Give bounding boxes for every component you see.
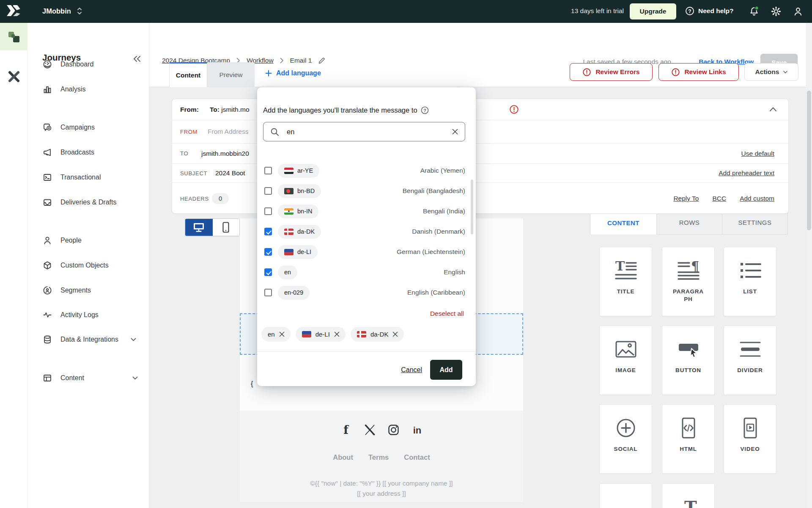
headers-count-badge: 0 xyxy=(212,193,229,204)
checkbox-unchecked[interactable] xyxy=(264,187,272,195)
remove-chip-icon[interactable] xyxy=(279,331,285,337)
journeys-product-icon[interactable] xyxy=(0,23,27,50)
sidebar-item-people[interactable]: People xyxy=(42,233,138,248)
footer-about-link[interactable]: About xyxy=(333,453,353,461)
account-person-icon[interactable] xyxy=(793,6,804,17)
person-icon xyxy=(42,235,52,246)
checkbox-unchecked[interactable] xyxy=(264,207,272,215)
block-card-social[interactable]: SOCIAL xyxy=(599,404,652,474)
collapse-header-chevron-icon[interactable] xyxy=(769,106,777,112)
rename-pencil-icon[interactable] xyxy=(318,57,326,64)
sidebar-item-data-integrations[interactable]: Data & Integrations xyxy=(42,332,138,347)
facebook-icon[interactable]: f xyxy=(340,424,352,436)
megaphone-icon xyxy=(42,147,52,157)
mobile-view-button[interactable] xyxy=(213,219,240,236)
clear-search-icon[interactable] xyxy=(452,129,458,135)
sidebar-item-analysis[interactable]: Analysis xyxy=(42,82,138,97)
to-address-value[interactable]: jsmith.mobbin20 xyxy=(201,150,261,157)
block-card-label: LIST xyxy=(735,288,766,295)
sidebar-item-content[interactable]: Content xyxy=(42,370,138,386)
remove-chip-icon[interactable] xyxy=(334,331,340,337)
settings-gear-icon[interactable] xyxy=(771,6,782,17)
language-search-input[interactable] xyxy=(287,128,444,136)
language-row-ar-ye[interactable]: ar-YE Arabic (Yemen) xyxy=(257,160,476,181)
notifications-bell-icon[interactable] xyxy=(749,6,760,17)
remove-chip-icon[interactable] xyxy=(392,331,398,337)
language-row-bn-in[interactable]: bn-IN Bengali (India) xyxy=(257,201,476,221)
add-custom-link[interactable]: Add custom xyxy=(740,195,774,202)
reply-to-link[interactable]: Reply To xyxy=(673,195,699,202)
sidebar-item-campaigns[interactable]: Campaigns xyxy=(42,120,138,135)
sidebar-item-activity-logs[interactable]: Activity Logs xyxy=(42,307,138,323)
checkbox-checked[interactable] xyxy=(264,248,272,256)
device-preview-toggle xyxy=(185,218,240,236)
search-icon xyxy=(270,127,279,136)
review-errors-button[interactable]: Review Errors xyxy=(570,63,653,81)
from-address-field[interactable]: From Address xyxy=(208,128,248,135)
add-button[interactable]: Add xyxy=(430,360,462,380)
upgrade-button[interactable]: Upgrade xyxy=(630,3,676,19)
add-language-label: Add language xyxy=(276,69,321,77)
add-preheader-link[interactable]: Add preheader text xyxy=(719,169,774,177)
language-row-de-li[interactable]: de-LI German (Liechtenstein) xyxy=(257,242,476,262)
language-row-bn-bd[interactable]: bn-BD Bengali (Bangladesh) xyxy=(257,181,476,201)
x-twitter-icon[interactable] xyxy=(364,424,376,436)
checkbox-checked[interactable] xyxy=(264,268,272,276)
help-tooltip-icon[interactable]: ? xyxy=(421,106,429,114)
sidebar-item-transactional[interactable]: Transactional xyxy=(42,170,138,185)
block-card-label: VIDEO xyxy=(735,445,766,453)
add-language-button[interactable]: Add language xyxy=(265,69,321,77)
actions-dropdown-button[interactable]: Actions xyxy=(744,63,798,81)
language-row-en-029[interactable]: en-029 English (Caribbean) xyxy=(257,282,476,303)
error-alert-icon xyxy=(582,68,591,77)
sidebar-item-broadcasts[interactable]: Broadcasts xyxy=(42,145,138,160)
footer-terms-link[interactable]: Terms xyxy=(368,453,389,461)
block-card-list[interactable]: LIST xyxy=(724,247,776,316)
block-card-image[interactable]: IMAGE xyxy=(599,326,652,395)
block-card-paragraph[interactable]: ¶ PARAGRAPH xyxy=(662,247,715,316)
block-card-partial-2[interactable]: T xyxy=(662,483,715,508)
window-scrollbar[interactable] xyxy=(806,23,812,508)
review-links-button[interactable]: Review Links xyxy=(658,63,739,81)
bcc-link[interactable]: BCC xyxy=(712,195,726,202)
sidebar-item-deliveries-drafts[interactable]: Deliveries & Drafts xyxy=(42,195,138,210)
tab-preview[interactable]: Preview xyxy=(207,62,255,87)
workspace-switcher[interactable]: JMobbin xyxy=(42,7,82,15)
instagram-icon[interactable] xyxy=(387,424,400,436)
desktop-view-button[interactable] xyxy=(185,219,213,236)
checkbox-unchecked[interactable] xyxy=(264,167,272,174)
footer-contact-link[interactable]: Contact xyxy=(404,453,430,461)
sidebar-item-dashboard[interactable]: Dashboard xyxy=(42,57,138,72)
checkbox-unchecked[interactable] xyxy=(264,289,272,296)
window-scrollbar-thumb[interactable] xyxy=(807,91,811,230)
need-help-button[interactable]: ? Need help? xyxy=(685,6,734,16)
block-card-divider[interactable]: DIVIDER xyxy=(724,326,776,395)
language-code: de-LI xyxy=(297,248,311,255)
cancel-button[interactable]: Cancel xyxy=(401,366,422,374)
tab-content[interactable]: Content xyxy=(169,62,207,87)
language-row-en[interactable]: en English xyxy=(257,262,476,282)
modal-list-scrollbar[interactable] xyxy=(471,179,473,235)
checkbox-checked[interactable] xyxy=(264,228,272,235)
block-card-html[interactable]: HTML xyxy=(662,404,715,474)
language-code: en-029 xyxy=(284,289,303,296)
paragraph-block-icon: ¶ xyxy=(678,259,700,282)
svg-text:f: f xyxy=(343,424,349,436)
block-card-title[interactable]: T TITLE xyxy=(599,247,652,316)
from-row-label: FROM xyxy=(180,129,208,135)
deselect-all-link[interactable]: Deselect all xyxy=(430,310,464,318)
block-card-label: IMAGE xyxy=(610,367,642,374)
block-card-video[interactable]: VIDEO xyxy=(724,404,776,474)
sidebar-item-segments[interactable]: Segments xyxy=(42,283,138,298)
modal-footer-divider xyxy=(257,351,476,352)
subject-value[interactable]: 2024 Boot xyxy=(215,169,261,177)
linkedin-icon[interactable]: in xyxy=(411,424,423,436)
use-default-link[interactable]: Use default xyxy=(741,150,774,157)
block-card-button[interactable]: BUTTON xyxy=(662,326,715,395)
language-row-da-dk[interactable]: da-DK Danish (Denmark) xyxy=(257,221,476,242)
sidebar-item-custom-objects[interactable]: Custom Objects xyxy=(42,258,138,273)
x-product-icon[interactable] xyxy=(0,64,27,89)
sidebar-item-label: Data & Integrations xyxy=(60,336,118,343)
sidebar-item-label: Dashboard xyxy=(60,61,93,68)
block-card-partial-1[interactable] xyxy=(599,483,652,508)
